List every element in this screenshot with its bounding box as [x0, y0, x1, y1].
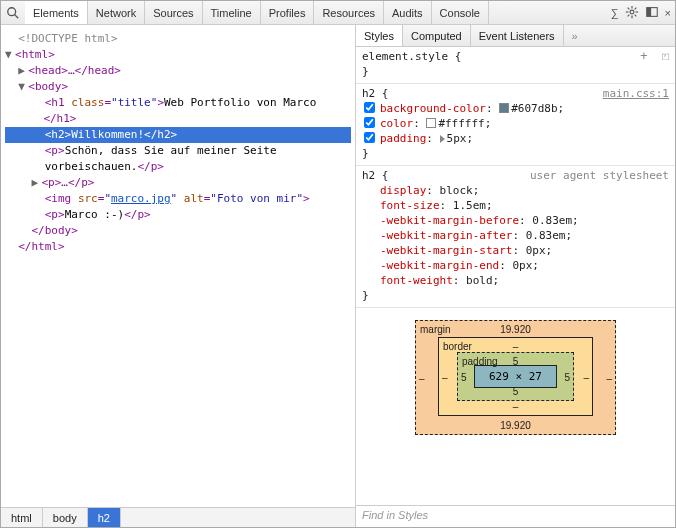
- svg-point-2: [630, 10, 634, 14]
- source-link[interactable]: main.css:1: [603, 86, 669, 101]
- prop-toggle[interactable]: [364, 102, 375, 113]
- dock-icon[interactable]: [645, 5, 659, 21]
- elements-panel: <!DOCTYPE html> ▼<html> ▶<head>…</head> …: [1, 25, 356, 527]
- tab-event-listeners[interactable]: Event Listeners: [471, 25, 564, 46]
- close-icon[interactable]: ×: [665, 7, 671, 19]
- toggle-state-icon[interactable]: ⏍: [662, 49, 669, 63]
- drawer-icon[interactable]: ∑: [611, 7, 619, 19]
- crumb-h2[interactable]: h2: [88, 508, 121, 527]
- tab-profiles[interactable]: Profiles: [261, 1, 315, 24]
- search-icon[interactable]: [1, 1, 25, 24]
- color-swatch[interactable]: [426, 118, 436, 128]
- panel-tabs: Elements Network Sources Timeline Profil…: [25, 1, 607, 24]
- head-node[interactable]: <head>…</head>: [28, 64, 121, 77]
- crumb-html[interactable]: html: [1, 508, 43, 527]
- new-rule-icon[interactable]: +: [640, 49, 647, 63]
- selected-node[interactable]: <h2>Willkommen!</h2>: [5, 127, 351, 143]
- expand-icon[interactable]: [440, 135, 445, 143]
- svg-line-1: [15, 14, 19, 18]
- styles-panel: Styles Computed Event Listeners » elemen…: [356, 25, 675, 527]
- svg-point-0: [8, 7, 16, 15]
- gear-icon[interactable]: [625, 5, 639, 21]
- breadcrumb: html body h2: [1, 507, 355, 527]
- svg-rect-12: [646, 7, 650, 16]
- tab-computed[interactable]: Computed: [403, 25, 471, 46]
- doctype: <!DOCTYPE html>: [18, 32, 117, 45]
- find-in-styles[interactable]: Find in Styles: [356, 505, 675, 527]
- svg-line-7: [627, 7, 629, 9]
- sidebar-tabs: Styles Computed Event Listeners »: [356, 25, 675, 47]
- dom-tree[interactable]: <!DOCTYPE html> ▼<html> ▶<head>…</head> …: [1, 25, 355, 507]
- p-empty-node[interactable]: <p>…</p>: [42, 176, 95, 189]
- tab-styles[interactable]: Styles: [356, 25, 403, 46]
- rule-element-style[interactable]: element.style { } + ⏍: [356, 47, 675, 84]
- tab-audits[interactable]: Audits: [384, 1, 432, 24]
- main-toolbar: Elements Network Sources Timeline Profil…: [1, 1, 675, 25]
- tab-timeline[interactable]: Timeline: [203, 1, 261, 24]
- tab-sources[interactable]: Sources: [145, 1, 202, 24]
- rule-h2-main[interactable]: h2 {main.css:1 background-color: #607d8b…: [356, 84, 675, 166]
- prop-toggle[interactable]: [364, 132, 375, 143]
- prop-toggle[interactable]: [364, 117, 375, 128]
- toolbar-right: ∑ ×: [607, 1, 675, 24]
- svg-line-8: [634, 14, 636, 16]
- tab-console[interactable]: Console: [432, 1, 489, 24]
- tab-network[interactable]: Network: [88, 1, 145, 24]
- box-model: margin 19.920 19.920 – – border – – – – …: [356, 308, 675, 447]
- svg-line-10: [627, 14, 629, 16]
- tab-elements[interactable]: Elements: [25, 1, 88, 24]
- color-swatch[interactable]: [499, 103, 509, 113]
- rule-h2-ua: h2 {user agent stylesheet display: block…: [356, 166, 675, 308]
- crumb-body[interactable]: body: [43, 508, 88, 527]
- more-tabs-icon[interactable]: »: [564, 25, 586, 46]
- tab-resources[interactable]: Resources: [314, 1, 384, 24]
- svg-line-9: [634, 7, 636, 9]
